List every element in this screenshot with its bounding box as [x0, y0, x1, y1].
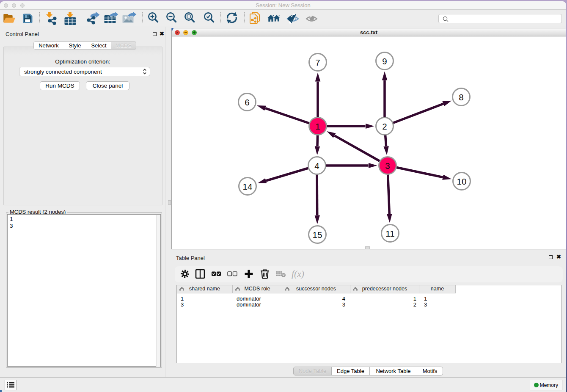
svg-text:8: 8	[459, 92, 463, 102]
svg-text:1: 1	[315, 121, 320, 131]
svg-text:4: 4	[314, 161, 319, 171]
svg-text:14: 14	[243, 182, 253, 191]
svg-text:3: 3	[385, 161, 390, 171]
svg-text:6: 6	[245, 97, 249, 107]
svg-text:2: 2	[382, 121, 387, 131]
svg-text:f(x): f(x)	[292, 269, 304, 279]
svg-text:15: 15	[313, 230, 322, 240]
svg-text:9: 9	[382, 56, 387, 66]
svg-text:11: 11	[385, 229, 394, 238]
svg-text:10: 10	[457, 177, 467, 186]
svg-text:7: 7	[315, 58, 320, 67]
